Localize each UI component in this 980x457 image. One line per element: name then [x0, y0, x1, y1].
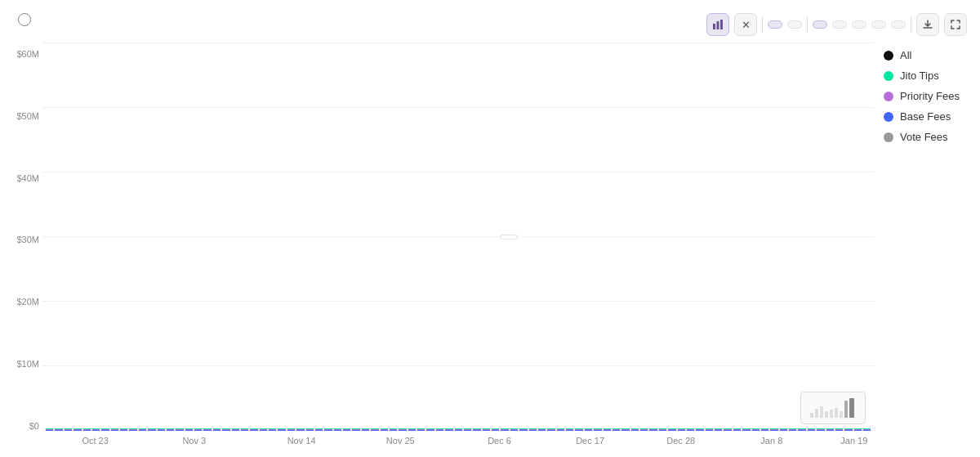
bar-group[interactable]	[260, 49, 267, 431]
bar-group[interactable]	[575, 49, 582, 431]
bar-group[interactable]	[139, 49, 146, 431]
bar-group[interactable]	[92, 49, 100, 431]
bar-group[interactable]	[547, 49, 555, 431]
bar-group[interactable]	[269, 49, 276, 431]
bar-group[interactable]	[287, 49, 295, 431]
bar-group[interactable]	[604, 49, 611, 431]
bar-group[interactable]	[649, 49, 657, 431]
period-w-button[interactable]	[832, 20, 847, 29]
bar-group[interactable]	[835, 49, 843, 431]
info-icon[interactable]	[18, 13, 31, 26]
expand-button[interactable]	[944, 13, 967, 36]
bar-group[interactable]	[715, 49, 722, 431]
bar-group[interactable]	[306, 49, 314, 431]
legend-item[interactable]: Vote Fees	[884, 131, 970, 143]
chart-type-bar-button[interactable]	[706, 13, 729, 36]
bar-group[interactable]	[250, 49, 257, 431]
bar-group[interactable]	[529, 49, 537, 431]
bar-group[interactable]	[863, 49, 871, 431]
bar-group[interactable]	[678, 49, 685, 431]
bar-group[interactable]	[501, 49, 508, 431]
bar-group[interactable]	[65, 49, 72, 431]
chart-type-line-button[interactable]: ✕	[734, 13, 757, 36]
bar-group[interactable]	[194, 49, 202, 431]
bar-group[interactable]	[315, 49, 323, 431]
bar-group[interactable]	[445, 49, 452, 431]
bar-group[interactable]	[687, 49, 694, 431]
bar-group[interactable]	[789, 49, 796, 431]
bar-group[interactable]	[519, 49, 527, 431]
bar-group[interactable]	[241, 49, 248, 431]
bar-group[interactable]	[120, 49, 127, 431]
bar-group[interactable]	[185, 49, 193, 431]
bar-group[interactable]	[566, 49, 573, 431]
period-d-button[interactable]	[813, 20, 827, 29]
bar-group[interactable]	[83, 49, 91, 431]
bar-group[interactable]	[612, 49, 620, 431]
bar-group[interactable]	[381, 49, 388, 431]
period-m-button[interactable]	[852, 20, 866, 29]
bar-group[interactable]	[343, 49, 350, 431]
bar-group[interactable]	[585, 49, 592, 431]
bar-group[interactable]	[706, 49, 713, 431]
bar-group[interactable]	[752, 49, 760, 431]
currency-usd-button[interactable]	[768, 20, 782, 29]
bar-group[interactable]	[334, 49, 341, 431]
bar-group[interactable]	[798, 49, 805, 431]
bar-group[interactable]	[55, 49, 62, 431]
bar-group[interactable]	[557, 49, 564, 431]
bar-group[interactable]	[426, 49, 434, 431]
download-button[interactable]	[916, 13, 939, 36]
bar-group[interactable]	[101, 49, 109, 431]
bar-group[interactable]	[352, 49, 359, 431]
bar-group[interactable]	[724, 49, 731, 431]
bar-group[interactable]	[808, 49, 815, 431]
bar-group[interactable]	[538, 49, 546, 431]
period-q-button[interactable]	[871, 20, 886, 29]
bar-group[interactable]	[780, 49, 787, 431]
bar-group[interactable]	[659, 49, 666, 431]
bar-group[interactable]	[640, 49, 648, 431]
bar-group[interactable]	[278, 49, 285, 431]
bar-group[interactable]	[696, 49, 703, 431]
bar-group[interactable]	[129, 49, 136, 431]
bar-group[interactable]	[473, 49, 480, 431]
bar-group[interactable]	[854, 49, 862, 431]
bar-group[interactable]	[222, 49, 229, 431]
bar-group[interactable]	[371, 49, 378, 431]
legend-item[interactable]: Priority Fees	[884, 90, 970, 102]
bar-group[interactable]	[464, 49, 471, 431]
bar-group[interactable]	[74, 49, 81, 431]
bar-group[interactable]	[176, 49, 183, 431]
legend-item[interactable]: All	[884, 49, 970, 61]
bar-group[interactable]	[631, 49, 639, 431]
legend-item[interactable]: Jito Tips	[884, 69, 970, 82]
bar-group[interactable]	[399, 49, 406, 431]
bar-group[interactable]	[492, 49, 499, 431]
bar-group[interactable]	[455, 49, 462, 431]
bar-group[interactable]	[668, 49, 675, 431]
bar-group[interactable]	[770, 49, 777, 431]
bar-group[interactable]	[510, 49, 518, 431]
bar-group[interactable]	[826, 49, 834, 431]
bar-group[interactable]	[296, 49, 304, 431]
bar-group[interactable]	[111, 49, 118, 431]
bar-group[interactable]	[46, 49, 53, 431]
bar-group[interactable]	[232, 49, 239, 431]
bar-group[interactable]	[733, 49, 741, 431]
bar-group[interactable]	[436, 49, 443, 431]
bar-group[interactable]	[408, 49, 416, 431]
bar-group[interactable]	[390, 49, 397, 431]
legend-item[interactable]: Base Fees	[884, 110, 970, 123]
bar-group[interactable]	[594, 49, 601, 431]
bar-group[interactable]	[417, 49, 425, 431]
currency-sol-button[interactable]	[787, 20, 802, 29]
bar-group[interactable]	[213, 49, 220, 431]
bar-group[interactable]	[761, 49, 768, 431]
bar-group[interactable]	[167, 49, 174, 431]
bar-group[interactable]	[742, 49, 750, 431]
bar-group[interactable]	[203, 49, 211, 431]
period-y-button[interactable]	[891, 20, 906, 29]
bar-group[interactable]	[844, 49, 852, 431]
bar-group[interactable]	[158, 49, 165, 431]
